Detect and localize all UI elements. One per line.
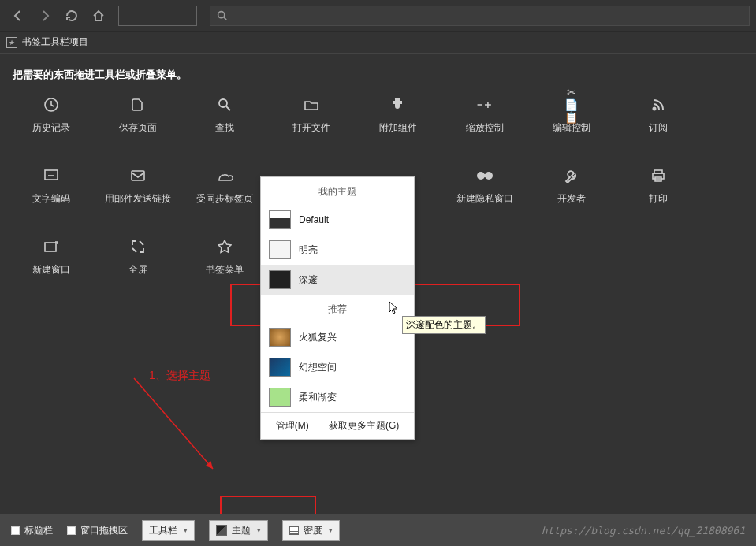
small-urlbox[interactable] bbox=[118, 6, 197, 26]
tool-label: 查找 bbox=[215, 121, 234, 135]
wrench-icon bbox=[563, 167, 580, 184]
find-icon bbox=[216, 96, 233, 113]
tool-bookmarksmenu[interactable]: 书签菜单 bbox=[181, 238, 268, 285]
tool-print[interactable]: 打印 bbox=[615, 167, 702, 214]
annotation-arrow-icon bbox=[118, 362, 252, 504]
tool-developer[interactable]: 开发者 bbox=[528, 167, 615, 214]
cursor-pointer-icon bbox=[389, 301, 400, 318]
print-icon bbox=[650, 167, 667, 184]
svg-point-3 bbox=[654, 108, 656, 110]
tool-label: 订阅 bbox=[649, 121, 668, 135]
reload-button[interactable] bbox=[60, 4, 84, 28]
theme-dropdown-button[interactable]: 主题 ▾ bbox=[209, 520, 268, 541]
dragspace-checkbox[interactable]: 窗口拖拽区 bbox=[67, 524, 128, 537]
chevron-down-icon: ▾ bbox=[329, 526, 333, 534]
manage-themes-link[interactable]: 管理(M) bbox=[276, 419, 309, 433]
back-button[interactable] bbox=[6, 4, 30, 28]
window-icon bbox=[43, 238, 60, 255]
tool-zoom[interactable]: 缩放控制 bbox=[441, 96, 528, 143]
toolbar-dropdown-button[interactable]: 工具栏 ▾ bbox=[142, 520, 195, 541]
tool-history[interactable]: 历史记录 bbox=[8, 96, 95, 143]
search-icon bbox=[217, 10, 227, 20]
chevron-down-icon: ▾ bbox=[257, 526, 261, 534]
tool-label: 用邮件发送链接 bbox=[105, 192, 171, 206]
tool-rss[interactable]: 订阅 bbox=[615, 96, 702, 143]
theme-thumb-rec1 bbox=[269, 328, 291, 347]
home-button[interactable] bbox=[87, 4, 110, 28]
encoding-icon bbox=[43, 167, 60, 184]
tool-email[interactable]: 用邮件发送链接 bbox=[95, 167, 181, 214]
theme-dark[interactable]: 深邃 bbox=[261, 265, 414, 295]
bookmarks-label: 书签工具栏项目 bbox=[22, 35, 88, 49]
density-btn-label: 密度 bbox=[304, 524, 322, 537]
tool-label: 附加组件 bbox=[379, 121, 417, 135]
zoom-icon bbox=[476, 96, 493, 113]
tool-addons[interactable]: 附加组件 bbox=[355, 96, 441, 143]
bottom-toolbar: 标题栏 窗口拖拽区 工具栏 ▾ 主题 ▾ 密度 ▾ https://blog.c… bbox=[0, 514, 756, 546]
tool-label: 受同步标签页 bbox=[196, 192, 253, 206]
history-icon bbox=[43, 96, 60, 113]
theme-thumb-light bbox=[269, 240, 291, 259]
email-icon bbox=[129, 167, 147, 184]
bookmarks-toolbar: ★ 书签工具栏项目 bbox=[0, 32, 756, 54]
my-themes-header: 我的主题 bbox=[261, 177, 414, 205]
chevron-down-icon: ▾ bbox=[184, 526, 188, 534]
svg-rect-12 bbox=[45, 243, 56, 251]
theme-btn-label: 主题 bbox=[232, 524, 251, 537]
theme-thumb-dark bbox=[269, 270, 291, 289]
watermark-text: https://blog.csdn.net/qq_21808961 bbox=[542, 525, 745, 537]
tool-label: 文字编码 bbox=[32, 192, 70, 206]
tool-label: 打开文件 bbox=[292, 121, 330, 135]
bookmarks-star-icon: ★ bbox=[6, 37, 17, 48]
open-icon bbox=[303, 96, 320, 113]
fullscreen-icon bbox=[129, 238, 147, 255]
back-icon bbox=[12, 9, 24, 22]
star-icon bbox=[216, 238, 233, 255]
forward-button[interactable] bbox=[33, 4, 57, 28]
tool-private[interactable]: 新建隐私窗口 bbox=[441, 167, 528, 214]
tool-label: 保存页面 bbox=[119, 121, 157, 135]
theme-thumb-rec3 bbox=[269, 388, 291, 407]
tool-label: 开发者 bbox=[557, 192, 586, 206]
search-bar[interactable] bbox=[210, 6, 750, 26]
save-icon bbox=[129, 96, 147, 113]
theme-thumb-rec2 bbox=[269, 358, 291, 377]
tool-openfile[interactable]: 打开文件 bbox=[268, 96, 355, 143]
svg-rect-4 bbox=[45, 170, 58, 180]
theme-default[interactable]: Default bbox=[261, 205, 414, 235]
theme-name: 明亮 bbox=[299, 243, 318, 257]
more-themes-link[interactable]: 获取更多主题(G) bbox=[329, 419, 399, 433]
edit-icon: ✂ 📄 📋 bbox=[563, 96, 580, 113]
theme-swatch-icon bbox=[216, 525, 227, 536]
checkbox-icon bbox=[67, 526, 76, 535]
svg-rect-8 bbox=[482, 174, 487, 177]
sync-icon bbox=[216, 167, 233, 184]
density-icon bbox=[289, 526, 299, 535]
tool-savepage[interactable]: 保存页面 bbox=[95, 96, 181, 143]
addons-icon bbox=[389, 96, 407, 113]
theme-rec-3[interactable]: 柔和渐变 bbox=[261, 382, 414, 412]
tool-newwindow[interactable]: 新建窗口 bbox=[8, 238, 95, 285]
tool-fullscreen[interactable]: 全屏 bbox=[95, 238, 181, 285]
tool-label: 新建窗口 bbox=[32, 263, 70, 277]
theme-rec-name: 幻想空间 bbox=[299, 361, 337, 374]
tool-label: 新建隐私窗口 bbox=[456, 192, 513, 206]
theme-rec-2[interactable]: 幻想空间 bbox=[261, 352, 414, 382]
tool-edit[interactable]: ✂ 📄 📋 编辑控制 bbox=[528, 96, 615, 143]
theme-rec-1[interactable]: 火狐复兴 bbox=[261, 322, 414, 352]
mask-icon bbox=[476, 167, 493, 184]
reload-icon bbox=[65, 9, 78, 22]
checkbox-icon bbox=[11, 526, 20, 535]
tool-label: 历史记录 bbox=[32, 121, 70, 135]
density-dropdown-button[interactable]: 密度 ▾ bbox=[282, 520, 340, 541]
svg-point-2 bbox=[219, 99, 227, 107]
theme-panel-footer: 管理(M) 获取更多主题(G) bbox=[261, 413, 414, 439]
tool-encoding[interactable]: 文字编码 bbox=[8, 167, 95, 214]
theme-light[interactable]: 明亮 bbox=[261, 235, 414, 265]
theme-rec-name: 柔和渐变 bbox=[299, 391, 337, 404]
titlebar-checkbox[interactable]: 标题栏 bbox=[11, 524, 53, 537]
theme-name: Default bbox=[299, 214, 329, 225]
tool-sync[interactable]: 受同步标签页 bbox=[181, 167, 268, 214]
tool-find[interactable]: 查找 bbox=[181, 96, 268, 143]
dragspace-label: 窗口拖拽区 bbox=[80, 524, 128, 537]
